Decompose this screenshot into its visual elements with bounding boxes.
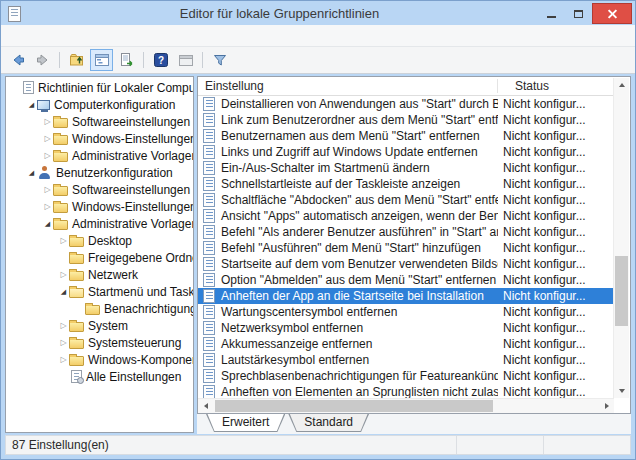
- close-button[interactable]: [592, 3, 632, 24]
- setting-row[interactable]: Befehl "Ausführen" dem Menü "Start" hinz…: [198, 240, 614, 256]
- tree-item[interactable]: Computerkonfiguration: [6, 96, 193, 113]
- tree-item[interactable]: Startmenü und Taskleiste: [6, 283, 193, 300]
- setting-name: Lautstärkesymbol entfernen: [221, 353, 369, 367]
- tree-item[interactable]: System: [6, 317, 193, 334]
- policy-document-icon: [203, 353, 215, 367]
- menu-item[interactable]: [23, 34, 39, 38]
- tree-item[interactable]: Benutzerkonfiguration: [6, 164, 193, 181]
- setting-status: Nicht konfigur...: [498, 289, 614, 303]
- setting-row[interactable]: Wartungscentersymbol entfernen Nicht kon…: [198, 304, 614, 320]
- tree-item[interactable]: Benachrichtigungen: [6, 300, 193, 317]
- titlebar: Editor für lokale Gruppenrichtlinien: [1, 1, 635, 25]
- tree-item[interactable]: Alle Einstellungen: [6, 368, 193, 385]
- setting-row[interactable]: Lautstärkesymbol entfernen Nicht konfigu…: [198, 352, 614, 368]
- column-header-einstellung[interactable]: Einstellung: [198, 79, 498, 93]
- scroll-right-icon[interactable]: [599, 399, 614, 413]
- menu-item[interactable]: [39, 34, 55, 38]
- minimize-button[interactable]: [538, 4, 565, 23]
- setting-row[interactable]: Option "Abmelden" aus dem Menü "Start" e…: [198, 272, 614, 288]
- tree-item[interactable]: Windows-Komponenten: [6, 351, 193, 368]
- expand-toggle-icon[interactable]: [58, 351, 69, 368]
- filter-button[interactable]: [208, 49, 231, 71]
- setting-row[interactable]: Deinstallieren von Anwendungen aus "Star…: [198, 96, 614, 112]
- expand-toggle-icon[interactable]: [42, 130, 53, 147]
- tree-item[interactable]: Windows-Einstellungen: [6, 130, 193, 147]
- policy-document-icon: [203, 209, 215, 223]
- setting-row[interactable]: Benutzernamen aus dem Menü "Start" entfe…: [198, 128, 614, 144]
- expand-toggle-icon[interactable]: [42, 215, 53, 232]
- expand-toggle-icon[interactable]: [42, 198, 53, 215]
- tree-item[interactable]: Richtlinien für Lokaler Computer: [6, 79, 193, 96]
- console-tree-button[interactable]: [90, 49, 113, 71]
- maximize-button[interactable]: [565, 4, 592, 23]
- tree-item[interactable]: Windows-Einstellungen: [6, 198, 193, 215]
- menu-item[interactable]: [55, 34, 71, 38]
- tree-item-label: Richtlinien für Lokaler Computer: [38, 81, 194, 95]
- tree-item[interactable]: Administrative Vorlagen: [6, 215, 193, 232]
- expand-toggle-icon[interactable]: [26, 164, 37, 181]
- setting-status: Nicht konfigur...: [498, 385, 614, 398]
- setting-row[interactable]: Schnellstartleiste auf der Taskleiste an…: [198, 176, 614, 192]
- setting-name: Akkumessanzeige entfernen: [221, 337, 372, 351]
- setting-row[interactable]: Startseite auf dem vom Benutzer verwende…: [198, 256, 614, 272]
- policy-document-icon: [203, 225, 215, 239]
- export-list-button[interactable]: [115, 49, 138, 71]
- policy-document-icon: [203, 193, 215, 207]
- settings-pane: Einstellung Status Deinstallieren von An…: [197, 76, 631, 433]
- tree-item[interactable]: Softwareeinstellungen: [6, 181, 193, 198]
- column-header-status[interactable]: Status: [498, 79, 614, 93]
- setting-row[interactable]: Netzwerksymbol entfernen Nicht konfigur.…: [198, 320, 614, 336]
- setting-row[interactable]: Anheften der App an die Startseite bei I…: [198, 288, 614, 304]
- policy-document-icon: [203, 161, 215, 175]
- vertical-scroll-track[interactable]: [614, 92, 629, 384]
- menu-item[interactable]: [7, 34, 23, 38]
- properties-button[interactable]: [174, 49, 197, 71]
- setting-row[interactable]: Sprechblasenbenachrichtigungen für Featu…: [198, 368, 614, 384]
- horizontal-scroll-thumb[interactable]: [215, 400, 493, 412]
- setting-row[interactable]: Anheften von Elementen an Sprunglisten n…: [198, 384, 614, 398]
- tree-item[interactable]: Softwareeinstellungen: [6, 113, 193, 130]
- back-button[interactable]: [6, 49, 29, 71]
- scroll-up-icon[interactable]: [614, 78, 629, 92]
- expand-toggle-icon[interactable]: [58, 334, 69, 351]
- view-tab[interactable]: Erweitert: [206, 414, 285, 432]
- tree-item[interactable]: Netzwerk: [6, 266, 193, 283]
- expand-toggle-icon[interactable]: [58, 317, 69, 334]
- tree-item[interactable]: Desktop: [6, 232, 193, 249]
- vertical-scrollbar[interactable]: [613, 78, 629, 398]
- setting-row[interactable]: Link zum Benutzerordner aus dem Menü "St…: [198, 112, 614, 128]
- scroll-down-icon[interactable]: [614, 384, 629, 398]
- setting-status: Nicht konfigur...: [498, 113, 614, 127]
- expand-toggle-icon[interactable]: [42, 181, 53, 198]
- setting-row[interactable]: Links und Zugriff auf Windows Update ent…: [198, 144, 614, 160]
- setting-row[interactable]: Ansicht "Apps" automatisch anzeigen, wen…: [198, 208, 614, 224]
- view-tab-label: Standard: [288, 414, 369, 431]
- tree-item[interactable]: Systemsteuerung: [6, 334, 193, 351]
- tree-item[interactable]: Freigegebene Ordner: [6, 249, 193, 266]
- setting-row[interactable]: Akkumessanzeige entfernen Nicht konfigur…: [198, 336, 614, 352]
- expand-toggle-icon[interactable]: [42, 147, 53, 164]
- policy-document-icon: [203, 241, 215, 255]
- expand-toggle-icon[interactable]: [58, 266, 69, 283]
- expand-toggle-icon[interactable]: [58, 232, 69, 249]
- horizontal-scroll-track[interactable]: [213, 399, 599, 413]
- horizontal-scrollbar[interactable]: [198, 398, 614, 413]
- setting-row[interactable]: Schaltfläche "Abdocken" aus dem Menü "St…: [198, 192, 614, 208]
- setting-row[interactable]: Befehl "Als anderer Benutzer ausführen" …: [198, 224, 614, 240]
- scroll-left-icon[interactable]: [198, 399, 213, 413]
- expand-toggle-icon[interactable]: [42, 113, 53, 130]
- setting-row[interactable]: Ein-/Aus-Schalter im Startmenü ändern Ni…: [198, 160, 614, 176]
- setting-status: Nicht konfigur...: [498, 273, 614, 287]
- setting-name: Befehl "Ausführen" dem Menü "Start" hinz…: [221, 241, 481, 255]
- tree-item[interactable]: Administrative Vorlagen: [6, 147, 193, 164]
- tree-item-label: Startmenü und Taskleiste: [88, 285, 194, 299]
- forward-button[interactable]: [31, 49, 54, 71]
- help-button[interactable]: ?: [149, 49, 172, 71]
- vertical-scroll-thumb[interactable]: [615, 256, 628, 326]
- expand-toggle-icon[interactable]: [26, 96, 37, 113]
- expand-toggle-icon[interactable]: [58, 283, 69, 300]
- policy-document-icon: [203, 257, 215, 271]
- up-one-level-button[interactable]: [65, 49, 88, 71]
- tree-item-icon: [53, 203, 68, 213]
- view-tab[interactable]: Standard: [288, 414, 369, 432]
